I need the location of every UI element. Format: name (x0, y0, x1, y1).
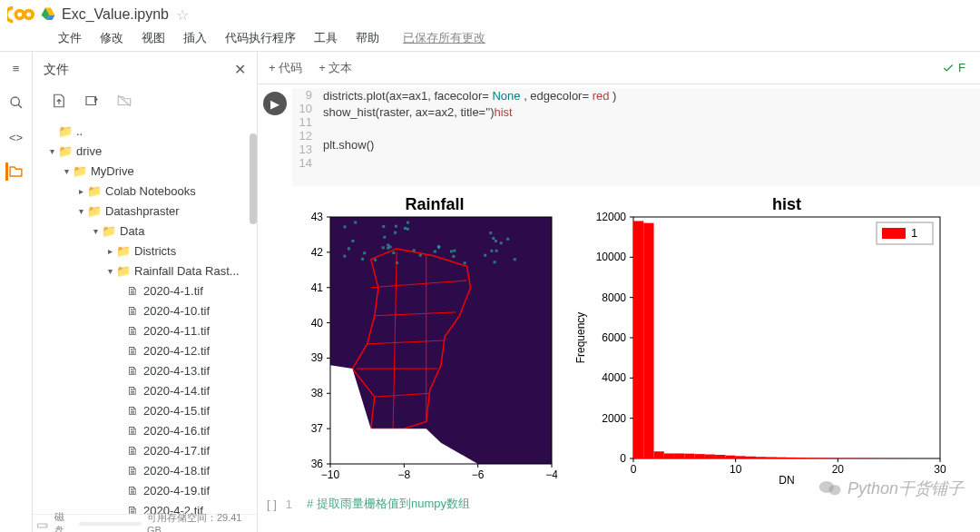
svg-rect-94 (746, 457, 756, 458)
svg-rect-35 (489, 232, 492, 234)
add-text-button[interactable]: + 文本 (318, 60, 352, 76)
menu-file[interactable]: 文件 (51, 26, 89, 50)
upload-icon[interactable] (51, 93, 67, 112)
svg-rect-39 (493, 261, 495, 263)
tree-districts[interactable]: ▸📁Districts (36, 241, 257, 261)
file-tree[interactable]: 📁.. ▾📁drive ▾📁MyDrive ▸📁Colab Notebooks … (33, 121, 257, 514)
svg-rect-91 (715, 455, 725, 458)
folder-icon[interactable] (5, 163, 24, 181)
svg-rect-34 (395, 225, 397, 228)
svg-rect-45 (450, 250, 453, 252)
search-icon[interactable] (7, 94, 25, 112)
svg-rect-83 (633, 221, 643, 458)
tree-file[interactable]: 🗎2020-4-12.tif (36, 340, 257, 360)
svg-rect-87 (674, 453, 684, 458)
svg-rect-17 (495, 240, 497, 242)
menu-bar: 文件 修改 视图 插入 代码执行程序 工具 帮助 已保存所有更改 (0, 25, 980, 51)
code-editor[interactable]: districts.plot(ax=ax1, facecolor= None ,… (319, 88, 980, 186)
svg-text:30: 30 (934, 463, 946, 476)
svg-rect-48 (514, 258, 516, 261)
svg-rect-36 (387, 243, 389, 246)
quota-text: 可用存储空间：29.41 GB (147, 511, 257, 532)
menu-runtime[interactable]: 代码执行程序 (218, 26, 303, 50)
svg-rect-16 (500, 241, 503, 244)
svg-point-2 (11, 97, 19, 105)
svg-rect-100 (808, 458, 818, 458)
left-rail: ≡ <> (0, 52, 33, 532)
svg-text:8000: 8000 (602, 291, 626, 304)
svg-rect-13 (351, 240, 354, 242)
tree-file[interactable]: 🗎2020-4-10.tif (36, 300, 257, 320)
svg-text:2000: 2000 (602, 412, 626, 425)
svg-point-6 (45, 525, 46, 526)
svg-text:41: 41 (311, 281, 324, 294)
mount-drive-icon[interactable] (116, 93, 132, 112)
files-panel-title: 文件 (44, 62, 69, 78)
tree-colab[interactable]: ▸📁Colab Notebooks (36, 181, 257, 201)
tree-file[interactable]: 🗎2020-4-17.tif (36, 440, 257, 460)
svg-text:20: 20 (832, 463, 845, 476)
svg-rect-32 (344, 225, 347, 228)
svg-rect-99 (797, 458, 807, 458)
tree-parent[interactable]: 📁.. (36, 121, 257, 141)
scrollbar[interactable] (250, 133, 257, 224)
add-code-button[interactable]: + 代码 (269, 60, 302, 76)
tree-file[interactable]: 🗎2020-4-15.tif (36, 400, 257, 420)
star-icon[interactable]: ☆ (176, 6, 189, 24)
close-icon[interactable]: ✕ (234, 61, 246, 78)
tree-file[interactable]: 🗎2020-4-11.tif (36, 320, 257, 340)
refresh-icon[interactable] (83, 93, 100, 112)
svg-rect-96 (766, 457, 776, 458)
menu-tools[interactable]: 工具 (307, 26, 345, 50)
tree-file[interactable]: 🗎2020-4-16.tif (36, 420, 257, 440)
menu-insert[interactable]: 插入 (176, 26, 214, 50)
svg-text:Frequency: Frequency (574, 312, 587, 364)
tree-drive[interactable]: ▾📁drive (36, 141, 257, 161)
svg-rect-33 (453, 250, 456, 252)
tree-file[interactable]: 🗎2020-4-1.tif (36, 281, 257, 300)
quota-bar (79, 522, 142, 526)
tree-file[interactable]: 🗎2020-4-18.tif (36, 460, 257, 480)
run-button[interactable]: ▶ (263, 92, 287, 115)
svg-text:42: 42 (311, 246, 324, 259)
content-toolbar: + 代码 + 文本 F (258, 52, 980, 84)
svg-text:38: 38 (311, 387, 324, 399)
svg-text:1: 1 (911, 226, 917, 240)
tree-data[interactable]: ▾📁Data (36, 221, 257, 241)
menu-help[interactable]: 帮助 (348, 26, 387, 50)
svg-rect-25 (434, 251, 436, 253)
svg-rect-20 (490, 250, 493, 252)
svg-rect-27 (495, 250, 498, 252)
code-cell[interactable]: ▶ 91011121314 districts.plot(ax=ax1, fac… (263, 88, 980, 186)
tree-datashpraster[interactable]: ▾📁Datashpraster (36, 201, 257, 221)
histogram-chart: hist0102030020004000600080001000012000DN… (570, 195, 951, 488)
svg-text:12000: 12000 (596, 211, 627, 223)
svg-text:−6: −6 (472, 468, 485, 481)
svg-text:36: 36 (311, 458, 324, 470)
connection-status[interactable]: F (942, 61, 969, 74)
save-status: 已保存所有更改 (396, 26, 493, 50)
tree-file[interactable]: 🗎2020-4-13.tif (36, 360, 257, 380)
svg-rect-12 (361, 258, 364, 261)
menu-icon[interactable]: ≡ (7, 59, 25, 77)
watermark: Python干货铺子 (818, 478, 964, 499)
svg-rect-98 (787, 458, 797, 458)
tree-mydrive[interactable]: ▾📁MyDrive (36, 161, 257, 181)
files-panel: 文件 ✕ 📁.. ▾📁drive ▾📁MyDrive ▸📁Colab Noteb… (33, 52, 258, 532)
svg-text:43: 43 (311, 211, 324, 223)
svg-text:0: 0 (631, 463, 637, 476)
menu-edit[interactable]: 修改 (93, 26, 131, 50)
menu-view[interactable]: 视图 (134, 26, 172, 50)
notebook-title[interactable]: Exc_Value.ipynb (62, 6, 169, 23)
svg-text:−10: −10 (321, 468, 340, 481)
svg-text:10000: 10000 (596, 251, 627, 263)
tree-file[interactable]: 🗎2020-4-19.tif (36, 480, 257, 500)
svg-rect-38 (404, 227, 407, 230)
header: Exc_Value.ipynb ☆ (0, 0, 980, 25)
svg-rect-14 (382, 246, 385, 249)
tree-rainfall-folder[interactable]: ▾📁Rainfall Data Rast... (36, 261, 257, 281)
svg-rect-84 (643, 223, 653, 458)
svg-rect-90 (705, 455, 715, 458)
tree-file[interactable]: 🗎2020-4-14.tif (36, 380, 257, 400)
code-snippets-icon[interactable]: <> (7, 128, 25, 146)
